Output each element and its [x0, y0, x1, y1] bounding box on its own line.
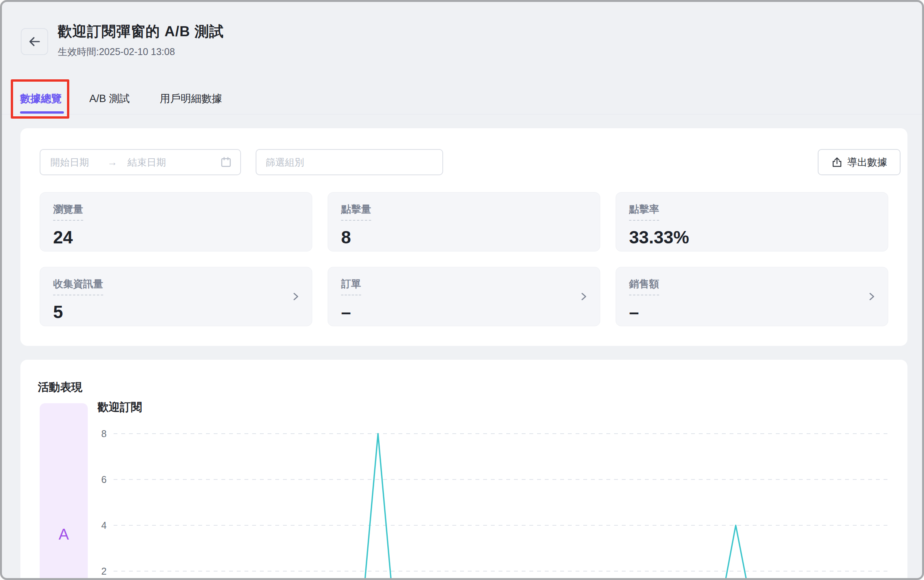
metric-value: 5	[53, 302, 299, 322]
range-arrow: →	[107, 156, 117, 168]
variant-a-strip: A	[40, 403, 88, 580]
metric-value: –	[629, 302, 875, 322]
export-data-button[interactable]: 導出數據	[818, 149, 901, 175]
metric-card-orders[interactable]: 訂單 –	[328, 267, 600, 326]
metric-card-sales[interactable]: 銷售額 –	[616, 267, 888, 326]
group-filter-select[interactable]: 篩選組別	[256, 149, 443, 175]
svg-text:8: 8	[101, 428, 107, 439]
chevron-right-icon	[867, 291, 877, 302]
performance-heading: 活動表現	[38, 380, 82, 395]
svg-text:6: 6	[101, 474, 107, 485]
back-button[interactable]	[21, 28, 48, 55]
metric-label: 瀏覽量	[53, 203, 83, 221]
svg-text:2: 2	[101, 566, 107, 577]
effective-time: 生效時間:2025-02-10 13:08	[58, 45, 175, 58]
export-icon	[831, 156, 843, 168]
chevron-right-icon	[579, 291, 589, 302]
end-date-placeholder: 結束日期	[127, 156, 166, 169]
tabbar-divider	[2, 114, 922, 115]
metric-card-collected-info[interactable]: 收集資訊量 5	[40, 267, 312, 326]
group-filter-placeholder: 篩選組別	[266, 156, 304, 169]
active-tab-underline	[20, 111, 64, 114]
svg-text:4: 4	[101, 520, 107, 531]
arrow-left-icon	[28, 35, 42, 49]
metric-label: 點擊率	[629, 203, 659, 221]
tab-data-overview[interactable]: 數據總覽	[20, 92, 62, 106]
metric-label: 訂單	[341, 277, 361, 295]
overview-panel: 開始日期 → 結束日期 篩選組別 導出數據 瀏覽量 24 點擊量	[20, 128, 907, 346]
calendar-icon	[220, 156, 232, 168]
export-data-label: 導出數據	[847, 156, 887, 169]
metric-label: 點擊量	[341, 203, 371, 221]
chevron-right-icon	[291, 291, 301, 302]
metric-label: 收集資訊量	[53, 277, 103, 295]
metric-card-clicks: 點擊量 8	[328, 192, 600, 251]
performance-chart: 8642	[94, 421, 898, 580]
metric-card-pageviews: 瀏覽量 24	[40, 192, 312, 251]
metric-value: 33.33%	[629, 227, 875, 248]
tab-ab-test[interactable]: A/B 測試	[89, 92, 130, 106]
variant-a-label: A	[40, 526, 88, 543]
metrics-grid: 瀏覽量 24 點擊量 8 點擊率 33.33% 收集資訊量 5 訂單 –	[40, 192, 888, 326]
metric-value: 8	[341, 227, 587, 248]
page-title: 歡迎訂閱彈窗的 A/B 測試	[58, 22, 224, 41]
ab-test-dashboard-window: 歡迎訂閱彈窗的 A/B 測試 生效時間:2025-02-10 13:08 數據總…	[0, 0, 924, 580]
chart-title: 歡迎訂閱	[97, 400, 142, 415]
metric-label: 銷售額	[629, 277, 659, 295]
metric-value: 24	[53, 227, 299, 248]
date-range-picker[interactable]: 開始日期 → 結束日期	[40, 149, 241, 175]
tab-user-detail-data[interactable]: 用戶明細數據	[160, 92, 222, 106]
start-date-placeholder: 開始日期	[50, 156, 89, 169]
metric-card-ctr: 點擊率 33.33%	[616, 192, 888, 251]
metric-value: –	[341, 302, 587, 322]
performance-panel: 活動表現 A 歡迎訂閱 8642	[20, 360, 907, 580]
